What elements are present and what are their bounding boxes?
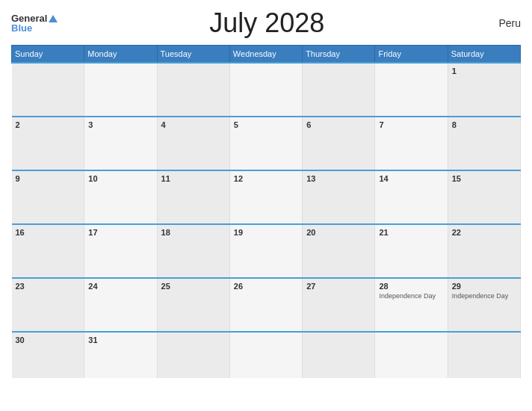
- day-number: 17: [88, 228, 152, 237]
- event-label: Independence Day: [452, 292, 516, 301]
- calendar-cell: 22: [448, 224, 520, 278]
- day-number: 19: [234, 228, 298, 237]
- calendar-cell: 8: [448, 117, 520, 170]
- calendar-cell: 25: [157, 278, 229, 332]
- calendar-cell: 29Independence Day: [448, 278, 520, 332]
- day-number: 9: [16, 174, 81, 183]
- calendar-cell: 27: [303, 278, 375, 332]
- day-number: 15: [452, 174, 516, 183]
- day-number: 6: [306, 120, 371, 129]
- calendar-cell: 16: [12, 224, 84, 278]
- day-number: 4: [161, 120, 226, 129]
- week-row-1: 1: [12, 63, 521, 117]
- calendar-cell: [375, 332, 448, 378]
- calendar-cell: [12, 63, 84, 117]
- calendar-cell: [229, 332, 302, 378]
- calendar-title: July 2028: [58, 7, 476, 39]
- calendar-cell: 14: [375, 170, 448, 224]
- day-number: 14: [379, 174, 443, 183]
- calendar-cell: 24: [84, 278, 157, 332]
- day-number: 29: [452, 282, 516, 291]
- logo-triangle-icon: [49, 15, 58, 22]
- calendar-cell: 30: [12, 332, 84, 378]
- day-header-monday: Monday: [84, 46, 157, 64]
- country-label: Peru: [476, 17, 521, 29]
- day-header-tuesday: Tuesday: [157, 46, 229, 64]
- header: General Blue July 2028 Peru: [11, 7, 521, 39]
- calendar-cell: 2: [12, 117, 84, 170]
- calendar-cell: 11: [157, 170, 229, 224]
- calendar-cell: 19: [229, 224, 302, 278]
- calendar-cell: 3: [84, 117, 157, 170]
- calendar-cell: 17: [84, 224, 157, 278]
- calendar-cell: [375, 63, 448, 117]
- calendar-container: General Blue July 2028 Peru SundayMonday…: [0, 0, 532, 411]
- logo: General Blue: [11, 13, 58, 33]
- calendar-cell: 15: [448, 170, 520, 224]
- calendar-cell: 6: [303, 117, 375, 170]
- day-number: 10: [88, 174, 152, 183]
- week-row-4: 16171819202122: [12, 224, 521, 278]
- day-number: 22: [452, 228, 516, 237]
- day-number: 20: [306, 228, 371, 237]
- calendar-cell: 26: [229, 278, 302, 332]
- day-header-friday: Friday: [375, 46, 448, 64]
- day-number: 31: [88, 336, 152, 344]
- day-header-sunday: Sunday: [12, 46, 84, 64]
- logo-blue-text: Blue: [11, 23, 32, 33]
- days-header-row: SundayMondayTuesdayWednesdayThursdayFrid…: [12, 46, 521, 64]
- day-number: 13: [306, 174, 371, 183]
- calendar-cell: 21: [375, 224, 448, 278]
- calendar-cell: 31: [84, 332, 157, 378]
- day-header-wednesday: Wednesday: [229, 46, 302, 64]
- calendar-cell: 13: [303, 170, 375, 224]
- week-row-3: 9101112131415: [12, 170, 521, 224]
- calendar-cell: 18: [157, 224, 229, 278]
- calendar-cell: 9: [12, 170, 84, 224]
- calendar-cell: [157, 332, 229, 378]
- calendar-cell: 4: [157, 117, 229, 170]
- day-number: 18: [161, 228, 226, 237]
- calendar-table: SundayMondayTuesdayWednesdayThursdayFrid…: [11, 45, 521, 378]
- week-row-6: 3031: [12, 332, 521, 378]
- week-row-2: 2345678: [12, 117, 521, 170]
- day-number: 16: [16, 228, 81, 237]
- day-number: 23: [16, 282, 81, 291]
- calendar-cell: 23: [12, 278, 84, 332]
- day-number: 25: [161, 282, 226, 291]
- calendar-cell: 28Independence Day: [375, 278, 448, 332]
- calendar-cell: [84, 63, 157, 117]
- calendar-cell: 1: [448, 63, 520, 117]
- day-number: 7: [379, 120, 443, 129]
- day-number: 26: [234, 282, 298, 291]
- calendar-cell: [303, 63, 375, 117]
- calendar-cell: 5: [229, 117, 302, 170]
- day-number: 30: [16, 336, 81, 344]
- calendar-cell: 7: [375, 117, 448, 170]
- day-number: 12: [234, 174, 298, 183]
- day-header-thursday: Thursday: [303, 46, 375, 64]
- day-number: 1: [452, 67, 516, 75]
- event-label: Independence Day: [379, 292, 443, 301]
- day-number: 3: [88, 120, 152, 129]
- calendar-cell: [157, 63, 229, 117]
- calendar-cell: 10: [84, 170, 157, 224]
- day-number: 2: [16, 120, 81, 129]
- day-number: 8: [452, 120, 516, 129]
- calendar-cell: [229, 63, 302, 117]
- week-row-5: 232425262728Independence Day29Independen…: [12, 278, 521, 332]
- calendar-cell: 20: [303, 224, 375, 278]
- calendar-cell: [448, 332, 520, 378]
- day-header-saturday: Saturday: [448, 46, 520, 64]
- day-number: 5: [234, 120, 298, 129]
- day-number: 24: [88, 282, 152, 291]
- calendar-cell: [303, 332, 375, 378]
- day-number: 28: [379, 282, 443, 291]
- day-number: 27: [306, 282, 371, 291]
- calendar-cell: 12: [229, 170, 302, 224]
- day-number: 11: [161, 174, 226, 183]
- day-number: 21: [379, 228, 443, 237]
